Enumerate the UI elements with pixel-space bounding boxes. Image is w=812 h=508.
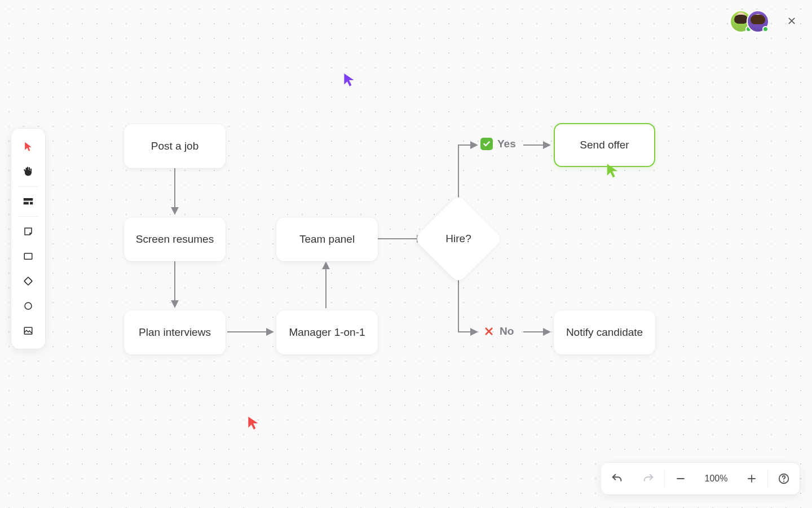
- node-manager-1on1[interactable]: Manager 1-on-1: [276, 310, 378, 354]
- branch-yes: Yes: [480, 138, 516, 150]
- canvas[interactable]: [0, 0, 812, 508]
- help-button[interactable]: [768, 463, 800, 494]
- tool-section[interactable]: [16, 189, 41, 214]
- branch-no: No: [483, 325, 514, 338]
- tool-diamond[interactable]: [16, 269, 41, 294]
- node-label: Team panel: [299, 233, 355, 246]
- node-label: Manager 1-on-1: [289, 326, 365, 339]
- view-controls: 100%: [601, 463, 800, 494]
- svg-point-11: [783, 480, 784, 481]
- svg-rect-1: [24, 202, 29, 205]
- node-label: Screen resumes: [136, 233, 214, 246]
- tool-image[interactable]: [16, 318, 41, 343]
- check-icon: [480, 138, 493, 150]
- branch-label-text: No: [500, 325, 514, 338]
- svg-rect-3: [24, 253, 32, 260]
- tool-rectangle[interactable]: [16, 244, 41, 269]
- svg-rect-4: [24, 277, 32, 285]
- topbar: [730, 10, 800, 33]
- zoom-in-button[interactable]: [736, 463, 767, 494]
- node-post-job[interactable]: Post a job: [124, 124, 226, 168]
- x-icon: [483, 325, 495, 338]
- zoom-out-button[interactable]: [665, 463, 696, 494]
- toolbox-separator: [18, 186, 38, 187]
- node-label: Post a job: [151, 140, 199, 152]
- node-plan-interviews[interactable]: Plan interviews: [124, 310, 226, 354]
- node-label: Plan interviews: [139, 326, 211, 339]
- node-team-panel[interactable]: Team panel: [276, 217, 378, 261]
- undo-button[interactable]: [601, 463, 633, 494]
- node-hire-decision[interactable]: Hire?: [427, 207, 490, 270]
- branch-label-text: Yes: [497, 138, 516, 150]
- node-label: Notify candidate: [566, 326, 643, 339]
- node-send-offer[interactable]: Send offer: [554, 123, 655, 167]
- svg-rect-2: [30, 202, 33, 205]
- zoom-level[interactable]: 100%: [696, 474, 736, 484]
- presence-dot: [762, 26, 769, 32]
- svg-point-5: [25, 303, 32, 309]
- toolbox: [11, 129, 45, 349]
- node-label: Hire?: [445, 233, 471, 245]
- redo-button[interactable]: [633, 463, 664, 494]
- node-notify-candidate[interactable]: Notify candidate: [554, 310, 655, 354]
- tool-circle[interactable]: [16, 294, 41, 318]
- svg-rect-0: [24, 198, 33, 201]
- node-label: Send offer: [580, 139, 629, 151]
- avatar[interactable]: [747, 10, 769, 33]
- node-screen-resumes[interactable]: Screen resumes: [124, 217, 226, 261]
- close-button[interactable]: [784, 12, 800, 32]
- tool-sticky-note[interactable]: [16, 219, 41, 244]
- tool-hand[interactable]: [16, 159, 41, 184]
- tool-pointer[interactable]: [16, 134, 41, 159]
- toolbox-separator: [18, 216, 38, 217]
- collaborator-avatars: [730, 10, 769, 33]
